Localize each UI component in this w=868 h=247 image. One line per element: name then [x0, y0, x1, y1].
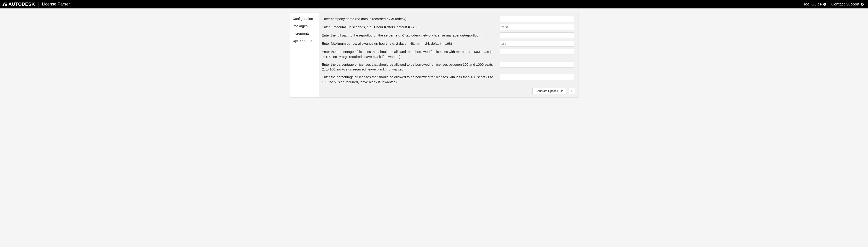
contact-support-link[interactable]: Contact Support	[830, 2, 865, 7]
field-label-pct-1000p: Enter the percentage of licenses that sh…	[322, 48, 500, 61]
field-label-reportlog: Enter the full path to the reportlog on …	[322, 32, 500, 40]
options-file-actions: Generate Options File	[322, 88, 575, 94]
sidebar-item-packages[interactable]: Packages	[290, 22, 319, 30]
help-icon: ?	[823, 3, 826, 6]
reportlog-path-input[interactable]	[500, 32, 574, 38]
sidebar-item-configuration[interactable]: Configuration	[290, 15, 319, 22]
sidebar-item-label: Options File	[293, 39, 312, 43]
field-label-pct-100-1000: Enter the percentage of licenses that sh…	[322, 61, 500, 74]
generate-options-file-button[interactable]: Generate Options File	[532, 88, 566, 94]
pct-100-1000-input[interactable]	[500, 62, 574, 67]
topbar-right: Tool Guide ? Contact Support	[802, 0, 865, 8]
topbar: AUTODESK License Parser Tool Guide ? Con…	[0, 0, 868, 8]
pct-1000p-input[interactable]	[500, 49, 574, 55]
field-row-reportlog: Enter the full path to the reportlog on …	[322, 32, 575, 40]
sidebar-item-label: Configuration	[293, 17, 313, 21]
svg-text:?: ?	[824, 3, 825, 5]
company-name-input[interactable]	[500, 16, 574, 22]
field-row-pct-1000p: Enter the percentage of licenses that sh…	[322, 48, 575, 61]
field-row-pct-lt100: Enter the percentage of licenses that sh…	[322, 74, 575, 87]
autodesk-lockup: AUTODESK	[2, 2, 35, 7]
vertical-divider	[38, 2, 39, 7]
topbar-left: AUTODESK License Parser	[2, 0, 70, 8]
pct-lt100-input[interactable]	[500, 74, 574, 80]
app-title: License Parser	[42, 2, 70, 7]
options-file-form: Enter company name (no data is recorded …	[322, 16, 575, 87]
field-row-pct-100-1000: Enter the percentage of licenses that sh…	[322, 61, 575, 74]
autodesk-wordmark: AUTODESK	[8, 2, 35, 7]
max-borrow-input[interactable]	[500, 40, 574, 47]
tool-guide-link[interactable]: Tool Guide ?	[802, 2, 827, 7]
autodesk-logo-icon	[2, 2, 7, 6]
field-row-max-borrow: Enter Maximum borrow allowance (in hours…	[322, 40, 575, 48]
timeoutall-input[interactable]	[500, 24, 574, 30]
content-panel: Configuration Packages Increments Option…	[290, 12, 579, 98]
tool-guide-label: Tool Guide	[803, 2, 822, 7]
field-label-timeoutall: Enter Timeoutall (in seconds, e.g. 1 hou…	[322, 24, 500, 32]
sidebar-item-label: Increments	[293, 31, 310, 35]
sidebar: Configuration Packages Increments Option…	[290, 13, 319, 97]
sidebar-item-increments[interactable]: Increments	[290, 30, 319, 37]
contact-support-label: Contact Support	[831, 2, 859, 7]
page: Configuration Packages Increments Option…	[290, 12, 579, 98]
field-label-max-borrow: Enter Maximum borrow allowance (in hours…	[322, 40, 500, 48]
download-icon	[570, 89, 573, 93]
field-label-company: Enter company name (no data is recorded …	[322, 16, 500, 24]
field-row-company: Enter company name (no data is recorded …	[322, 16, 575, 24]
sidebar-item-options-file[interactable]: Options File	[290, 37, 319, 44]
options-file-content: Enter company name (no data is recorded …	[319, 13, 578, 97]
sidebar-item-label: Packages	[293, 24, 308, 28]
download-options-file-button[interactable]	[568, 88, 575, 94]
field-label-pct-lt100: Enter the percentage of licenses that sh…	[322, 74, 500, 87]
field-row-timeoutall: Enter Timeoutall (in seconds, e.g. 1 hou…	[322, 24, 575, 32]
clock-icon	[861, 3, 864, 6]
